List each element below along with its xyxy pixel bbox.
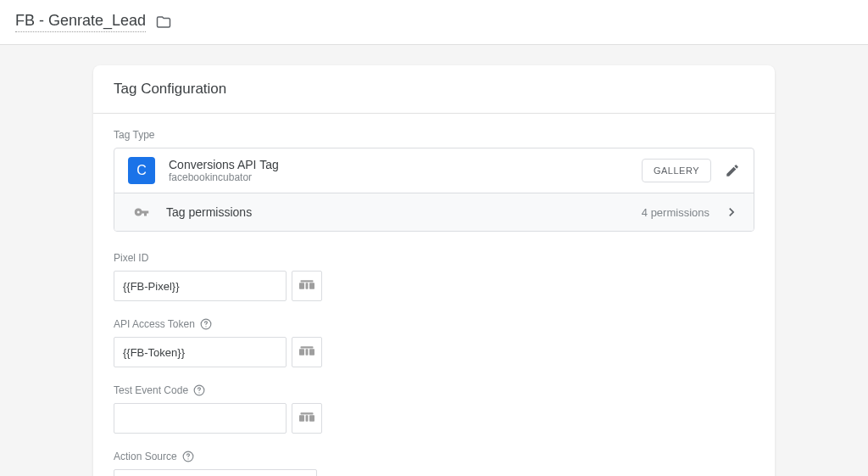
- svg-rect-6: [306, 349, 309, 356]
- svg-rect-8: [301, 346, 314, 348]
- api-token-group: [114, 337, 754, 367]
- action-source-row: Action Source Website: [114, 451, 754, 476]
- folder-icon[interactable]: [156, 14, 171, 30]
- api-token-row: API Access Token: [114, 318, 754, 367]
- permissions-label: Tag permissions: [166, 205, 642, 219]
- test-event-label-text: Test Event Code: [114, 384, 188, 396]
- chevron-right-icon: [723, 204, 740, 221]
- api-token-label-text: API Access Token: [114, 318, 195, 330]
- svg-rect-10: [299, 415, 304, 422]
- tag-name: Conversions API Tag: [169, 158, 642, 171]
- tag-config-card: Tag Configuration Tag Type C Conversions…: [93, 65, 775, 476]
- test-event-group: [114, 403, 754, 434]
- card-body: Tag Type C Conversions API Tag facebooki…: [93, 114, 775, 476]
- key-icon: [134, 204, 149, 220]
- help-icon[interactable]: [182, 451, 194, 462]
- svg-rect-13: [301, 412, 314, 414]
- variable-icon: [299, 280, 314, 292]
- tag-template-icon: C: [128, 157, 155, 184]
- action-source-select[interactable]: Website: [114, 469, 317, 476]
- tag-info: Conversions API Tag facebookincubator: [169, 158, 642, 183]
- page-header: FB - Genrate_Lead: [0, 0, 868, 45]
- api-token-label: API Access Token: [114, 318, 754, 330]
- tag-type-label: Tag Type: [114, 129, 754, 141]
- tag-permissions-row[interactable]: Tag permissions 4 permissions: [114, 193, 754, 231]
- svg-rect-11: [306, 415, 309, 422]
- page-title[interactable]: FB - Genrate_Lead: [15, 12, 146, 32]
- action-source-label: Action Source: [114, 451, 754, 462]
- edit-icon[interactable]: [725, 163, 740, 178]
- pixel-id-label: Pixel ID: [114, 252, 754, 264]
- permissions-count: 4 permissions: [642, 206, 709, 219]
- pixel-id-variable-button[interactable]: [292, 271, 322, 301]
- action-source-label-text: Action Source: [114, 451, 177, 462]
- test-event-row: Test Event Code: [114, 384, 754, 434]
- api-token-input[interactable]: [114, 337, 287, 367]
- test-event-input[interactable]: [114, 403, 287, 434]
- gallery-button[interactable]: GALLERY: [642, 159, 711, 182]
- main-content: Tag Configuration Tag Type C Conversions…: [0, 45, 868, 476]
- svg-rect-5: [299, 349, 304, 356]
- help-icon[interactable]: [200, 318, 212, 330]
- tag-type-row[interactable]: C Conversions API Tag facebookincubator …: [114, 148, 754, 193]
- test-event-variable-button[interactable]: [292, 403, 322, 434]
- pixel-id-input[interactable]: [114, 271, 287, 301]
- variable-icon: [299, 412, 314, 424]
- svg-rect-2: [309, 283, 314, 289]
- api-token-variable-button[interactable]: [292, 337, 322, 367]
- svg-rect-0: [299, 283, 304, 289]
- test-event-label: Test Event Code: [114, 384, 754, 396]
- svg-rect-3: [301, 280, 314, 282]
- variable-icon: [299, 346, 314, 358]
- tag-type-box: C Conversions API Tag facebookincubator …: [114, 148, 754, 232]
- svg-rect-1: [306, 283, 309, 289]
- pixel-id-row: Pixel ID: [114, 252, 754, 301]
- svg-rect-7: [309, 349, 314, 356]
- help-icon[interactable]: [193, 384, 205, 396]
- tag-author: facebookincubator: [169, 171, 642, 183]
- svg-rect-12: [309, 415, 314, 422]
- pixel-id-group: [114, 271, 754, 301]
- card-title: Tag Configuration: [93, 65, 775, 114]
